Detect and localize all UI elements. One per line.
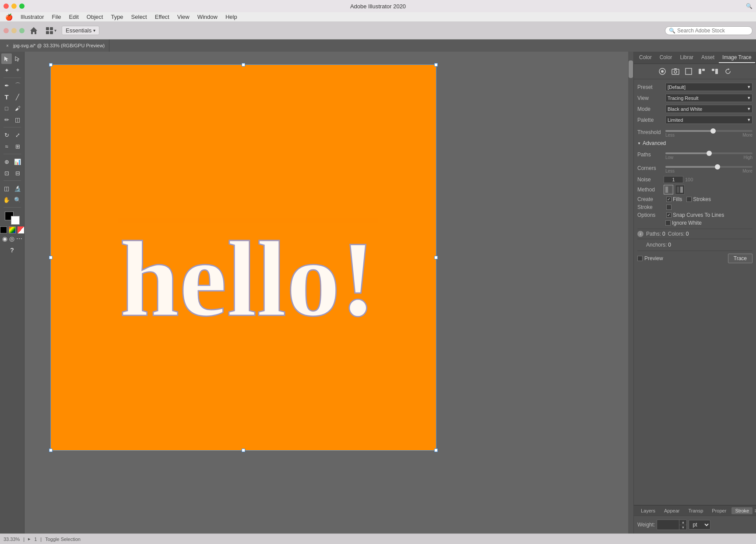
bottom-tab-layers[interactable]: Layers (637, 507, 659, 514)
panel-icon-right[interactable] (709, 66, 721, 77)
scale-tool[interactable]: ⤢ (12, 130, 23, 140)
opacity-icon[interactable]: ◎ (9, 235, 14, 242)
method-btn-1[interactable] (664, 185, 673, 194)
panel-icon-refresh[interactable] (722, 66, 734, 77)
method-btn-2[interactable] (675, 185, 685, 194)
snap-curves-item[interactable]: ✓ Snap Curves To Lines (666, 212, 724, 218)
canvas-area[interactable]: hello! (25, 52, 633, 533)
stroke-color[interactable] (11, 216, 20, 225)
tab-close-icon[interactable]: × (4, 42, 11, 49)
rotate-tool[interactable]: ↻ (1, 130, 12, 140)
chart-tool[interactable]: 📊 (12, 156, 23, 167)
fill-icon[interactable]: ◉ (2, 235, 7, 242)
info-icon[interactable]: i (637, 231, 643, 237)
fills-checkbox-item[interactable]: ✓ Fills (666, 196, 682, 202)
type-tool[interactable]: T (1, 92, 12, 102)
noise-input[interactable]: 1 (664, 176, 683, 183)
strokes-checkbox-item[interactable]: Strokes (686, 196, 711, 202)
line-tool[interactable]: ╱ (12, 92, 23, 102)
close-button[interactable] (4, 4, 9, 9)
bottom-tab-stroke[interactable]: Stroke (731, 507, 752, 514)
handle-bottom-right[interactable] (434, 449, 438, 452)
corners-slider-thumb[interactable] (715, 164, 720, 170)
fills-checkbox[interactable]: ✓ (666, 197, 672, 202)
document-tab[interactable]: × jpg-svg.ai* @ 33.33% (RGB/GPU Preview) (0, 39, 109, 52)
menu-window[interactable]: Window (194, 13, 221, 21)
palette-dropdown[interactable]: Limited ▾ (665, 116, 752, 124)
menu-help[interactable]: Help (222, 13, 241, 21)
paths-slider-thumb[interactable] (707, 151, 712, 156)
menu-file[interactable]: File (48, 13, 64, 21)
hand-tool[interactable]: ✋ (1, 194, 12, 205)
preset-dropdown[interactable]: [Default] ▾ (665, 83, 752, 91)
lasso-tool[interactable]: ⌖ (12, 65, 23, 75)
weight-unit-select[interactable]: pt px mm (689, 520, 710, 530)
scroll-thumb[interactable] (629, 60, 633, 78)
handle-middle-right[interactable] (434, 256, 438, 259)
advanced-section-header[interactable]: ▼ Advanced (637, 140, 752, 146)
handle-top-right[interactable] (434, 63, 438, 67)
menu-edit[interactable]: Edit (65, 13, 82, 21)
tab-asset[interactable]: Asset (698, 53, 718, 63)
corners-slider-track[interactable] (665, 166, 752, 168)
arrange-button[interactable]: ▾ (43, 26, 59, 35)
minimize-button[interactable] (11, 4, 17, 9)
no-color-icon[interactable] (0, 226, 7, 233)
color-swatches[interactable] (5, 212, 20, 225)
tab-library[interactable]: Librar (676, 53, 697, 63)
tab-color2[interactable]: Color (656, 53, 676, 63)
handle-top-left[interactable] (49, 63, 53, 67)
paintbrush-tool[interactable]: 🖌 (12, 103, 23, 113)
search-box[interactable]: 🔍 (665, 26, 752, 35)
panel-icon-rect[interactable] (683, 66, 694, 77)
essentials-button[interactable]: Essentials ▾ (62, 26, 99, 35)
curvature-tool[interactable]: ⌒ (12, 80, 23, 91)
eyedropper-tool[interactable]: 🔬 (12, 183, 23, 194)
paths-slider-track[interactable] (665, 152, 752, 154)
apple-menu[interactable]: 🍎 (2, 13, 16, 21)
rectangle-tool[interactable]: □ (1, 103, 12, 113)
pen-tool[interactable]: ✒ (1, 80, 12, 91)
preview-checkbox[interactable] (637, 256, 643, 261)
panel-icon-camera[interactable] (670, 66, 681, 77)
zoom-tool[interactable]: 🔍 (12, 194, 23, 205)
slice-tool[interactable]: ⊟ (12, 168, 23, 178)
shape-builder-tool[interactable]: ⊕ (1, 156, 12, 167)
home-button[interactable] (27, 24, 40, 37)
tab-image-trace[interactable]: Image Trace (719, 53, 755, 63)
view-dropdown[interactable]: Tracing Result ▾ (665, 94, 752, 102)
ignore-white-item[interactable]: Ignore White (665, 220, 752, 226)
bottom-panel-menu[interactable]: ≡ (754, 507, 756, 514)
more-tools-icon[interactable]: ⋯ (16, 235, 22, 242)
bottom-tab-transp[interactable]: Transp (685, 507, 707, 514)
handle-middle-left[interactable] (49, 256, 53, 259)
threshold-slider-track[interactable] (665, 130, 752, 132)
ignore-white-checkbox[interactable] (665, 220, 671, 226)
bottom-tab-appear[interactable]: Appear (661, 507, 683, 514)
gradient-color-icon[interactable] (9, 226, 16, 233)
vertical-scrollbar[interactable] (628, 52, 633, 533)
strokes-checkbox[interactable] (686, 197, 692, 202)
handle-bottom-middle[interactable] (242, 449, 245, 452)
menu-illustrator[interactable]: Illustrator (17, 13, 47, 21)
selection-tool[interactable] (1, 53, 12, 64)
eraser-tool[interactable]: ◫ (12, 114, 23, 125)
magic-wand-tool[interactable]: ✦ (1, 65, 12, 75)
threshold-slider-thumb[interactable] (710, 128, 716, 134)
panel-icon-left[interactable] (696, 66, 707, 77)
pattern-color-icon[interactable] (18, 226, 25, 233)
search-input[interactable] (677, 28, 749, 34)
stroke-checkbox[interactable] (666, 205, 672, 210)
snap-curves-checkbox[interactable]: ✓ (666, 212, 672, 218)
trace-button[interactable]: Trace (728, 254, 752, 263)
mode-dropdown[interactable]: Black and White ▾ (665, 105, 752, 113)
panel-icon-trace[interactable] (657, 66, 668, 77)
tab-color1[interactable]: Color (636, 53, 655, 63)
artboard-tool[interactable]: ⊡ (1, 168, 12, 178)
weight-decrement[interactable]: ▼ (679, 525, 686, 530)
free-transform-tool[interactable]: ⊞ (12, 141, 23, 152)
bottom-tab-proper[interactable]: Proper (708, 507, 730, 514)
menu-object[interactable]: Object (83, 13, 107, 21)
maximize-button[interactable] (19, 4, 25, 9)
handle-top-middle[interactable] (242, 63, 245, 67)
